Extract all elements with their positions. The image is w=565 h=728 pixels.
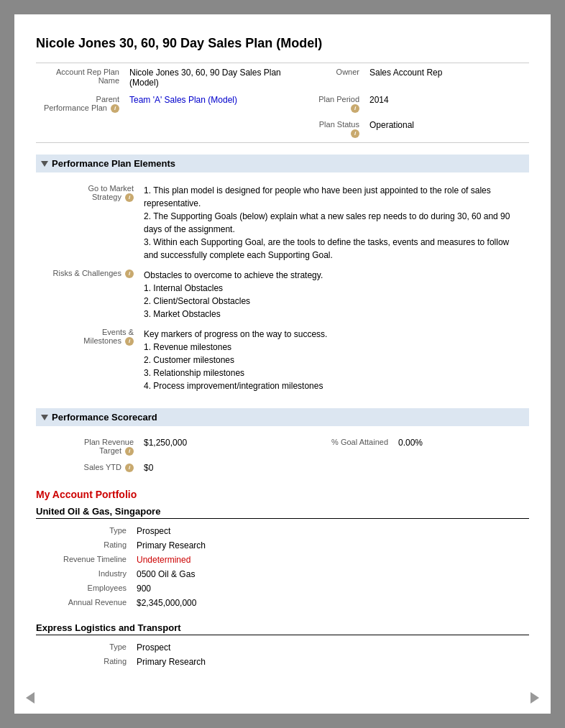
- united-oil-industry-row: Industry 0500 Oil & Gas: [37, 568, 528, 581]
- united-oil-table: Type Prospect Rating Primary Research Re…: [36, 523, 529, 611]
- go-to-market-label: Go to MarketStrategy i: [37, 181, 138, 264]
- owner-value: Sales Account Rep: [365, 65, 528, 91]
- collapse-triangle-icon[interactable]: [41, 161, 48, 167]
- plan-revenue-value: $1,250,000: [139, 435, 298, 459]
- go-to-market-line2: 2. The Supporting Goals (below) explain …: [144, 211, 510, 234]
- risks-challenges-icon: i: [125, 269, 134, 278]
- united-oil-annual-revenue-row: Annual Revenue $2,345,000,000: [37, 596, 528, 609]
- performance-plan-elements-header: Performance Plan Elements: [36, 155, 529, 172]
- risks-line3: 2. Client/Sectoral Obstacles: [144, 296, 250, 306]
- united-oil-industry-label: Industry: [37, 568, 131, 581]
- united-oil-employees-value: 900: [132, 582, 528, 595]
- united-oil-employees-label: Employees: [37, 582, 131, 595]
- main-page: Nicole Jones 30, 60, 90 Day Sales Plan (…: [14, 14, 551, 714]
- goal-attained-value: 0.00%: [394, 435, 528, 459]
- performance-scorecard-header: Performance Scorecard: [36, 408, 529, 426]
- go-to-market-icon: i: [125, 193, 134, 202]
- prev-button[interactable]: [22, 689, 39, 706]
- scorecard-collapse-triangle-icon[interactable]: [41, 415, 48, 420]
- sales-ytd-row: Sales YTD i $0: [37, 460, 528, 476]
- united-oil-revenue-timeline-row: Revenue Timeline Undetermined: [37, 553, 528, 566]
- account-rep-plan-label: Account Rep PlanName: [37, 65, 124, 91]
- express-logistics-type-label: Type: [37, 641, 131, 654]
- express-logistics-rating-row: Rating Primary Research: [37, 655, 528, 668]
- go-to-market-line3: 3. Within each Supporting Goal, are the …: [144, 237, 509, 260]
- plan-status-value: Operational: [365, 117, 528, 141]
- account-block-express-logistics: Express Logistics and Transport Type Pro…: [36, 622, 529, 670]
- united-oil-industry-value: 0500 Oil & Gas: [132, 568, 528, 581]
- page-title: Nicole Jones 30, 60, 90 Day Sales Plan (…: [36, 36, 529, 51]
- portfolio-title: My Account Portfolio: [36, 489, 529, 500]
- plan-period-label: Plan Period i: [306, 92, 364, 116]
- parent-plan-icon: i: [111, 104, 119, 113]
- navigation-arrows: [22, 689, 543, 706]
- next-button[interactable]: [526, 689, 543, 706]
- plan-period-value: 2014: [365, 92, 528, 116]
- plan-period-icon: i: [351, 104, 359, 113]
- plan-revenue-row: Plan RevenueTarget i $1,250,000 % Goal A…: [37, 435, 528, 459]
- plan-revenue-label: Plan RevenueTarget i: [37, 435, 138, 459]
- events-milestones-value: Key markers of progress on the way to su…: [139, 325, 528, 395]
- go-to-market-value: 1. This plan model is designed for peopl…: [139, 181, 528, 264]
- portfolio-section: My Account Portfolio United Oil & Gas, S…: [36, 489, 529, 670]
- goal-attained-label: % Goal Attained: [299, 435, 392, 459]
- parent-plan-label: ParentPerformance Plan i: [37, 92, 124, 116]
- united-oil-type-row: Type Prospect: [37, 525, 528, 538]
- go-to-market-line1: 1. This plan model is designed for peopl…: [144, 185, 491, 208]
- events-milestones-label: Events &Milestones i: [37, 325, 138, 395]
- united-oil-annual-revenue-label: Annual Revenue: [37, 596, 131, 609]
- plan-status-label: Plan Status i: [306, 117, 364, 141]
- risks-line4: 3. Market Obstacles: [144, 309, 221, 319]
- performance-scorecard-title: Performance Scorecard: [52, 412, 157, 423]
- events-line5: 4. Process improvement/integration miles…: [144, 381, 323, 391]
- plan-revenue-icon: i: [125, 447, 134, 456]
- sales-ytd-value: $0: [139, 460, 298, 476]
- events-line1: Key markers of progress on the way to su…: [144, 329, 327, 339]
- express-logistics-type-row: Type Prospect: [37, 641, 528, 654]
- events-line4: 3. Relationship milestones: [144, 368, 244, 378]
- united-oil-annual-revenue-value: $2,345,000,000: [132, 596, 528, 609]
- united-oil-revenue-timeline-value: Undetermined: [132, 553, 528, 566]
- header-info-table: Account Rep PlanName Nicole Jones 30, 60…: [36, 63, 529, 143]
- united-oil-type-value: Prospect: [132, 525, 528, 538]
- events-milestones-row: Events &Milestones i Key markers of prog…: [37, 325, 528, 395]
- account-name-united-oil: United Oil & Gas, Singapore: [36, 506, 529, 519]
- express-logistics-type-value: Prospect: [132, 641, 528, 654]
- express-logistics-rating-value: Primary Research: [132, 655, 528, 668]
- account-block-united-oil: United Oil & Gas, Singapore Type Prospec…: [36, 506, 529, 611]
- parent-plan-value: Team 'A' Sales Plan (Model): [125, 92, 305, 116]
- risks-line1: Obstacles to overcome to achieve the str…: [144, 270, 323, 280]
- united-oil-rating-value: Primary Research: [132, 539, 528, 552]
- plan-status-icon: i: [351, 129, 359, 138]
- account-name-express-logistics: Express Logistics and Transport: [36, 622, 529, 635]
- next-arrow-icon: [530, 692, 539, 704]
- express-logistics-rating-label: Rating: [37, 655, 131, 668]
- united-oil-revenue-timeline-label: Revenue Timeline: [37, 553, 131, 566]
- risks-challenges-row: Risks & Challenges i Obstacles to overco…: [37, 266, 528, 323]
- prev-arrow-icon: [26, 692, 35, 704]
- united-oil-rating-label: Rating: [37, 539, 131, 552]
- sales-ytd-label: Sales YTD i: [37, 460, 138, 476]
- performance-plan-elements-section: Performance Plan Elements Go to MarketSt…: [36, 155, 529, 397]
- express-logistics-table: Type Prospect Rating Primary Research: [36, 640, 529, 670]
- performance-scorecard-section: Performance Scorecard Plan RevenueTarget…: [36, 408, 529, 477]
- united-oil-type-label: Type: [37, 525, 131, 538]
- go-to-market-row: Go to MarketStrategy i 1. This plan mode…: [37, 181, 528, 264]
- empty-label: [37, 117, 124, 141]
- united-oil-employees-row: Employees 900: [37, 582, 528, 595]
- owner-label: Owner: [306, 65, 364, 91]
- empty-value: [125, 117, 305, 141]
- events-line2: 1. Revenue milestones: [144, 342, 231, 352]
- risks-line2: 1. Internal Obstacles: [144, 283, 223, 293]
- risks-challenges-label: Risks & Challenges i: [37, 266, 138, 323]
- scorecard-data-table: Plan RevenueTarget i $1,250,000 % Goal A…: [36, 433, 529, 477]
- events-milestones-icon: i: [125, 337, 134, 346]
- united-oil-rating-row: Rating Primary Research: [37, 539, 528, 552]
- account-rep-plan-value: Nicole Jones 30, 60, 90 Day Sales Plan (…: [125, 65, 305, 91]
- events-line3: 2. Customer milestones: [144, 355, 234, 365]
- performance-plan-elements-title: Performance Plan Elements: [52, 158, 175, 169]
- risks-challenges-value: Obstacles to overcome to achieve the str…: [139, 266, 528, 323]
- sales-ytd-icon: i: [125, 464, 134, 472]
- plan-elements-table: Go to MarketStrategy i 1. This plan mode…: [36, 180, 529, 397]
